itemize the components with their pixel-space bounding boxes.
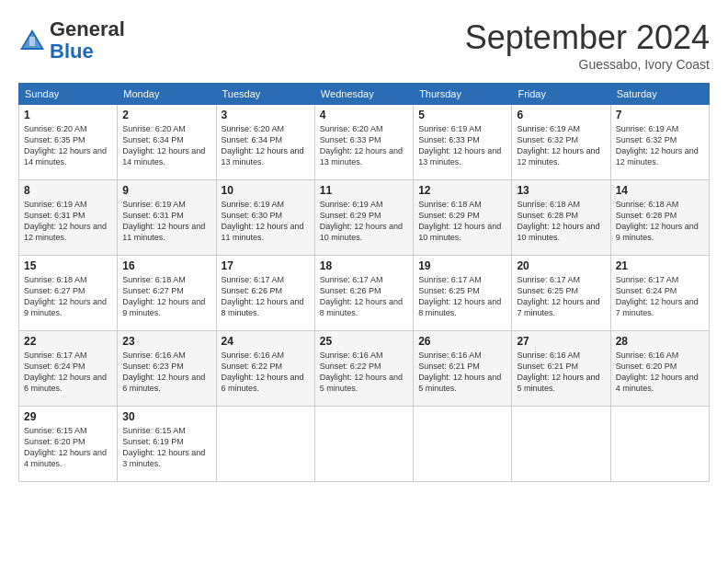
day-info: Sunrise: 6:16 AM Sunset: 6:22 PM Dayligh… — [320, 350, 408, 395]
day-info: Sunrise: 6:16 AM Sunset: 6:23 PM Dayligh… — [122, 350, 210, 395]
day-info: Sunrise: 6:17 AM Sunset: 6:26 PM Dayligh… — [320, 274, 408, 319]
day-number: 3 — [222, 109, 310, 121]
calendar-day-29: 29 Sunrise: 6:15 AM Sunset: 6:20 PM Dayl… — [19, 407, 118, 482]
logo-general: General — [50, 18, 125, 40]
day-info: Sunrise: 6:17 AM Sunset: 6:26 PM Dayligh… — [222, 274, 310, 319]
calendar-day-11: 11 Sunrise: 6:19 AM Sunset: 6:29 PM Dayl… — [314, 180, 413, 256]
day-number: 2 — [122, 109, 210, 121]
day-info: Sunrise: 6:18 AM Sunset: 6:27 PM Dayligh… — [122, 274, 210, 319]
day-info: Sunrise: 6:18 AM Sunset: 6:27 PM Dayligh… — [24, 274, 112, 319]
title-block: September 2024 Guessabo, Ivory Coast — [465, 18, 710, 72]
calendar-day-13: 13 Sunrise: 6:18 AM Sunset: 6:28 PM Dayl… — [512, 180, 610, 256]
calendar-day-20: 20 Sunrise: 6:17 AM Sunset: 6:25 PM Dayl… — [512, 256, 610, 331]
day-number: 24 — [222, 335, 310, 348]
calendar-header-saturday: Saturday — [610, 84, 709, 105]
logo-text: General Blue — [50, 18, 125, 63]
day-info: Sunrise: 6:18 AM Sunset: 6:28 PM Dayligh… — [517, 199, 605, 244]
calendar-day-30: 30 Sunrise: 6:15 AM Sunset: 6:19 PM Dayl… — [118, 407, 216, 482]
day-number: 18 — [320, 259, 408, 272]
svg-rect-2 — [29, 37, 35, 46]
day-info: Sunrise: 6:16 AM Sunset: 6:22 PM Dayligh… — [222, 350, 310, 395]
day-number: 5 — [418, 109, 506, 121]
day-number: 8 — [24, 184, 112, 197]
day-info: Sunrise: 6:19 AM Sunset: 6:33 PM Dayligh… — [418, 123, 506, 168]
day-number: 7 — [616, 109, 704, 121]
calendar-header-monday: Monday — [118, 84, 216, 105]
day-number: 22 — [24, 335, 112, 348]
day-number: 20 — [517, 259, 605, 272]
day-info: Sunrise: 6:17 AM Sunset: 6:25 PM Dayligh… — [517, 274, 605, 319]
day-info: Sunrise: 6:20 AM Sunset: 6:34 PM Dayligh… — [222, 123, 310, 168]
calendar-day-22: 22 Sunrise: 6:17 AM Sunset: 6:24 PM Dayl… — [19, 331, 118, 407]
day-number: 15 — [24, 259, 112, 272]
location: Guessabo, Ivory Coast — [465, 57, 710, 72]
calendar-day-19: 19 Sunrise: 6:17 AM Sunset: 6:25 PM Dayl… — [414, 256, 512, 331]
day-number: 17 — [222, 259, 310, 272]
day-info: Sunrise: 6:19 AM Sunset: 6:30 PM Dayligh… — [222, 199, 310, 244]
day-number: 13 — [517, 184, 605, 197]
calendar-header-wednesday: Wednesday — [314, 84, 413, 105]
day-number: 4 — [320, 109, 408, 121]
day-info: Sunrise: 6:17 AM Sunset: 6:24 PM Dayligh… — [616, 274, 704, 319]
day-number: 1 — [24, 109, 112, 121]
calendar-day-23: 23 Sunrise: 6:16 AM Sunset: 6:23 PM Dayl… — [118, 331, 216, 407]
calendar-day-21: 21 Sunrise: 6:17 AM Sunset: 6:24 PM Dayl… — [610, 256, 709, 331]
empty-cell — [610, 407, 709, 482]
day-info: Sunrise: 6:15 AM Sunset: 6:19 PM Dayligh… — [122, 425, 210, 470]
day-number: 28 — [616, 335, 704, 348]
day-number: 14 — [616, 184, 704, 197]
empty-cell — [512, 407, 610, 482]
header: General Blue September 2024 Guessabo, Iv… — [18, 18, 710, 72]
calendar-day-7: 7 Sunrise: 6:19 AM Sunset: 6:32 PM Dayli… — [610, 105, 709, 180]
day-number: 12 — [418, 184, 506, 197]
day-info: Sunrise: 6:16 AM Sunset: 6:21 PM Dayligh… — [517, 350, 605, 395]
logo-icon — [18, 28, 46, 53]
calendar-week-5: 29 Sunrise: 6:15 AM Sunset: 6:20 PM Dayl… — [19, 407, 710, 482]
day-info: Sunrise: 6:19 AM Sunset: 6:32 PM Dayligh… — [616, 123, 704, 168]
calendar-day-14: 14 Sunrise: 6:18 AM Sunset: 6:28 PM Dayl… — [610, 180, 709, 256]
day-info: Sunrise: 6:17 AM Sunset: 6:24 PM Dayligh… — [24, 350, 112, 395]
day-info: Sunrise: 6:19 AM Sunset: 6:32 PM Dayligh… — [517, 123, 605, 168]
calendar-table: SundayMondayTuesdayWednesdayThursdayFrid… — [18, 83, 710, 482]
day-number: 16 — [122, 259, 210, 272]
calendar-day-9: 9 Sunrise: 6:19 AM Sunset: 6:31 PM Dayli… — [118, 180, 216, 256]
month-title: September 2024 — [465, 18, 710, 57]
calendar-header-tuesday: Tuesday — [216, 84, 314, 105]
calendar-day-2: 2 Sunrise: 6:20 AM Sunset: 6:34 PM Dayli… — [118, 105, 216, 180]
day-info: Sunrise: 6:16 AM Sunset: 6:20 PM Dayligh… — [616, 350, 704, 395]
calendar-week-2: 8 Sunrise: 6:19 AM Sunset: 6:31 PM Dayli… — [19, 180, 710, 256]
day-number: 19 — [418, 259, 506, 272]
day-info: Sunrise: 6:16 AM Sunset: 6:21 PM Dayligh… — [418, 350, 506, 395]
calendar-week-4: 22 Sunrise: 6:17 AM Sunset: 6:24 PM Dayl… — [19, 331, 710, 407]
calendar-day-15: 15 Sunrise: 6:18 AM Sunset: 6:27 PM Dayl… — [19, 256, 118, 331]
logo: General Blue — [18, 18, 125, 63]
day-number: 27 — [517, 335, 605, 348]
day-number: 9 — [122, 184, 210, 197]
day-number: 29 — [24, 410, 112, 423]
day-info: Sunrise: 6:19 AM Sunset: 6:31 PM Dayligh… — [122, 199, 210, 244]
day-number: 6 — [517, 109, 605, 121]
calendar-day-17: 17 Sunrise: 6:17 AM Sunset: 6:26 PM Dayl… — [216, 256, 314, 331]
calendar-header-sunday: Sunday — [19, 84, 118, 105]
day-info: Sunrise: 6:15 AM Sunset: 6:20 PM Dayligh… — [24, 425, 112, 470]
calendar-day-5: 5 Sunrise: 6:19 AM Sunset: 6:33 PM Dayli… — [414, 105, 512, 180]
day-number: 30 — [122, 410, 210, 423]
empty-cell — [216, 407, 314, 482]
day-info: Sunrise: 6:19 AM Sunset: 6:31 PM Dayligh… — [24, 199, 112, 244]
empty-cell — [414, 407, 512, 482]
calendar-week-3: 15 Sunrise: 6:18 AM Sunset: 6:27 PM Dayl… — [19, 256, 710, 331]
day-info: Sunrise: 6:20 AM Sunset: 6:33 PM Dayligh… — [320, 123, 408, 168]
logo-blue: Blue — [50, 40, 125, 63]
calendar-day-27: 27 Sunrise: 6:16 AM Sunset: 6:21 PM Dayl… — [512, 331, 610, 407]
calendar-day-12: 12 Sunrise: 6:18 AM Sunset: 6:29 PM Dayl… — [414, 180, 512, 256]
calendar-day-25: 25 Sunrise: 6:16 AM Sunset: 6:22 PM Dayl… — [314, 331, 413, 407]
calendar-week-1: 1 Sunrise: 6:20 AM Sunset: 6:35 PM Dayli… — [19, 105, 710, 180]
calendar-day-6: 6 Sunrise: 6:19 AM Sunset: 6:32 PM Dayli… — [512, 105, 610, 180]
day-info: Sunrise: 6:17 AM Sunset: 6:25 PM Dayligh… — [418, 274, 506, 319]
calendar-day-4: 4 Sunrise: 6:20 AM Sunset: 6:33 PM Dayli… — [314, 105, 413, 180]
day-info: Sunrise: 6:20 AM Sunset: 6:35 PM Dayligh… — [24, 123, 112, 168]
calendar-day-8: 8 Sunrise: 6:19 AM Sunset: 6:31 PM Dayli… — [19, 180, 118, 256]
day-info: Sunrise: 6:18 AM Sunset: 6:28 PM Dayligh… — [616, 199, 704, 244]
day-number: 25 — [320, 335, 408, 348]
calendar-day-3: 3 Sunrise: 6:20 AM Sunset: 6:34 PM Dayli… — [216, 105, 314, 180]
